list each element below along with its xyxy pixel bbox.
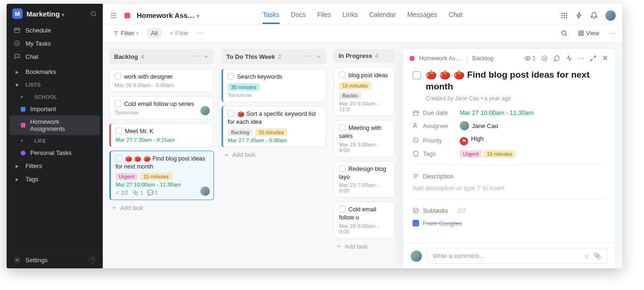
tab-calendar[interactable]: Calendar xyxy=(369,7,396,24)
checkbox[interactable] xyxy=(339,165,346,172)
expand-icon[interactable] xyxy=(590,55,596,62)
menu-icon[interactable] xyxy=(109,11,118,20)
detail-crumb-list[interactable]: Homework As… xyxy=(419,55,462,62)
list-homework-assignments[interactable]: Homework Assignments xyxy=(9,115,100,135)
attach-icon[interactable]: 📎 xyxy=(594,252,601,259)
due-date[interactable]: Mar 27 10:00am - 11:30am xyxy=(460,109,534,116)
add-task-button[interactable]: ＋ Add task xyxy=(222,147,326,163)
checkbox[interactable] xyxy=(228,73,234,80)
nav-bookmarks[interactable]: ▸ Bookmarks xyxy=(7,65,103,78)
checkbox[interactable] xyxy=(339,72,346,78)
add-task-button[interactable]: ＋ Add task xyxy=(109,200,214,216)
workspace-name[interactable]: Marketing ▾ xyxy=(26,10,86,18)
bolt-icon[interactable] xyxy=(576,12,583,19)
more-icon[interactable]: ⋯ xyxy=(578,55,584,62)
tags[interactable]: Urgent 15 minutes xyxy=(460,150,515,157)
chevron-right-icon: ▸ xyxy=(13,162,21,169)
page-title[interactable]: Homework Ass… ▾ xyxy=(137,11,199,19)
search-icon[interactable] xyxy=(561,30,568,37)
comment-bar: Write a comment... ☺ 📎 xyxy=(403,243,615,268)
more-icon[interactable]: ⋯ xyxy=(305,52,312,61)
apps-icon[interactable] xyxy=(561,12,568,19)
list-personal-tasks[interactable]: Personal Tasks xyxy=(7,146,103,159)
task-title[interactable]: 🍅 🍅 🍅 Find blog post ideas for next mont… xyxy=(426,69,605,92)
section-lists[interactable]: ▾ Lists xyxy=(7,78,103,91)
task-card[interactable]: Meeting with sales Mar 29 3:00am - 4:00 xyxy=(334,120,395,157)
subtasks-header: Subtasks 2/2 xyxy=(413,207,605,214)
tab-chat[interactable]: Chat xyxy=(449,7,463,24)
add-filter[interactable]: + Filter xyxy=(166,28,192,38)
list-important[interactable]: Important xyxy=(7,103,103,115)
more-icon[interactable]: ⋯ xyxy=(193,52,199,61)
svg-point-10 xyxy=(561,17,563,18)
task-card[interactable]: blog post ideas 15 minutesBacklo Mar 29 … xyxy=(334,67,395,116)
task-card[interactable]: Meet Mr. K Mar 27 7:30am - 8:15am xyxy=(109,123,214,147)
view-button[interactable]: View xyxy=(574,28,603,38)
bell-icon[interactable] xyxy=(590,12,598,19)
column-header[interactable]: In Progress4 xyxy=(334,49,395,63)
detail-crumb-col[interactable]: Backlog xyxy=(472,55,493,62)
list-color-icon xyxy=(21,107,25,112)
activity-icon[interactable] xyxy=(566,55,572,62)
priority[interactable]: ⚑High xyxy=(460,135,484,145)
column-header[interactable]: Backlog4 ⋯＋ xyxy=(109,49,214,64)
check-icon[interactable] xyxy=(541,55,548,62)
nav-settings[interactable]: Settings xyxy=(25,257,48,264)
tab-links[interactable]: Links xyxy=(342,7,358,24)
checkbox[interactable] xyxy=(115,100,121,107)
checkbox[interactable] xyxy=(339,206,346,212)
emoji-icon[interactable]: ☺ xyxy=(584,252,590,259)
description-input[interactable]: Add description or type '/' to insert xyxy=(413,185,605,192)
search-icon[interactable] xyxy=(90,10,97,17)
more-icon[interactable]: ⋯ xyxy=(197,30,203,37)
section-school[interactable]: ▾ SCHOOL xyxy=(7,91,103,103)
task-created-meta: Created by Jane Cao • a year ago xyxy=(426,95,605,102)
tab-tasks[interactable]: Tasks xyxy=(263,7,280,24)
task-card[interactable]: 🍅 Sort a specific keyword list for each … xyxy=(222,106,326,147)
checkbox[interactable] xyxy=(115,73,121,80)
help-icon[interactable]: ? xyxy=(89,256,96,264)
task-checkbox[interactable] xyxy=(413,71,421,80)
checkbox[interactable] xyxy=(339,124,346,131)
user-avatar[interactable] xyxy=(605,10,616,21)
task-card[interactable]: Cold email follow u Mar 28 8:00am - 9:00 xyxy=(334,201,395,239)
filter-button[interactable]: Filter ▾ xyxy=(109,28,142,38)
checkbox[interactable] xyxy=(116,155,122,161)
close-icon[interactable]: ✕ xyxy=(602,54,608,63)
watch-icon[interactable]: 1 xyxy=(524,55,536,62)
tab-files[interactable]: Files xyxy=(317,7,331,24)
plus-icon[interactable]: ＋ xyxy=(315,52,322,61)
assignee[interactable]: Jane Cao xyxy=(460,121,498,130)
nav-tags[interactable]: ▸ Tags xyxy=(7,172,103,185)
assignee-avatar xyxy=(200,106,210,115)
checkbox[interactable] xyxy=(228,110,234,117)
comment-input[interactable]: Write a comment... ☺ 📎 xyxy=(427,248,607,264)
checkbox-checked-icon[interactable] xyxy=(413,220,419,226)
tab-docs[interactable]: Docs xyxy=(291,7,306,24)
svg-rect-20 xyxy=(413,111,419,115)
nav-chat[interactable]: Chat xyxy=(7,50,103,63)
tab-messages[interactable]: Messages xyxy=(407,7,438,24)
plus-icon[interactable]: ＋ xyxy=(203,52,209,61)
task-card[interactable]: work with designer Mar 28 4:00am - 5:00a… xyxy=(109,69,214,92)
svg-point-18 xyxy=(527,57,528,59)
subtask-item[interactable]: From Googles xyxy=(413,220,605,227)
task-card[interactable]: Search keywords 30 minutes Tomorrow xyxy=(222,69,326,102)
more-icon[interactable]: ⋯ xyxy=(610,30,616,37)
list-color-icon xyxy=(21,123,25,128)
user-avatar xyxy=(411,250,422,262)
add-task-button[interactable]: ＋ Add task xyxy=(334,239,395,254)
nav-schedule[interactable]: Schedule xyxy=(7,24,103,37)
nav-my-tasks[interactable]: My Tasks xyxy=(7,37,103,50)
section-life[interactable]: ▾ LIFE xyxy=(7,135,103,146)
task-card[interactable]: 🍅 🍅 🍅 Find blog post ideas for next mont… xyxy=(109,151,214,201)
nav-filters[interactable]: ▸ Filters xyxy=(7,159,103,172)
task-card[interactable]: Redesign blog layo Mar 29 7:00am - 8:00 xyxy=(334,161,395,198)
attach-icon[interactable] xyxy=(553,55,560,62)
checkbox[interactable] xyxy=(116,128,122,134)
task-card[interactable]: Cold email follow up series Tomorrow xyxy=(109,96,214,120)
svg-rect-16 xyxy=(579,34,581,36)
filter-all[interactable]: All xyxy=(147,28,161,38)
tag: 30 minutes xyxy=(228,83,260,91)
column-header[interactable]: To Do This Week2 ⋯＋ xyxy=(222,49,326,64)
